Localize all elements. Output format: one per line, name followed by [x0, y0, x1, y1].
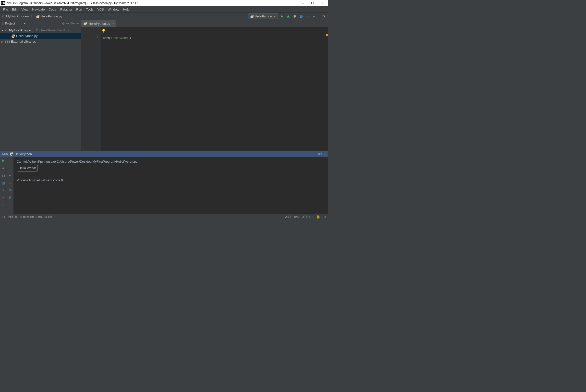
tree-external-libraries[interactable]: ▷ ▮▮▮ External Libraries [0, 39, 81, 44]
python-file-icon [36, 14, 40, 18]
scroll-from-source-icon[interactable]: ⇥ [66, 22, 69, 25]
tree-root-node[interactable]: ▼ 🗀 MyFirstProgram C:\Users\Power\Deskto… [0, 28, 81, 33]
pause-button[interactable]: ▮▮ [1, 173, 6, 178]
up-stack-icon[interactable]: ↑ [8, 158, 13, 163]
warning-stripe-marker[interactable] [326, 34, 328, 36]
intention-bulb-icon[interactable]: 💡 [102, 29, 106, 33]
python-file-icon [83, 22, 87, 26]
status-message: PEP 8: no newline at end of file [8, 215, 52, 218]
expand-arrow-icon[interactable]: ▷ [2, 40, 4, 43]
stop-button[interactable]: ■ [1, 166, 6, 170]
close-button[interactable]: ✕ [1, 195, 6, 200]
menu-edit[interactable]: Edit [10, 7, 19, 12]
folder-icon: 🗀 [2, 14, 5, 18]
run-tool-window: Run HelloPython ⚙▾ ⤓ ■ ▮▮ ▥ ⤴ ✕ ? ↑ [0, 151, 328, 214]
run-tool-header: Run HelloPython ⚙▾ ⤓ [0, 151, 328, 157]
status-events-icon[interactable]: ▢ [2, 215, 5, 218]
run-toolbar-secondary: ↑ ↓ ↩ ⤓ 🖶 🗑 [7, 157, 14, 214]
gutter-fold [81, 27, 86, 151]
settings-gear-icon[interactable]: ⚙▾ [70, 22, 75, 25]
tree-external-label: External Libraries [11, 40, 36, 43]
stop-button[interactable]: ■ [311, 14, 316, 19]
run-body: ■ ▮▮ ▥ ⤴ ✕ ? ↑ ↓ ↩ ⤓ 🖶 🗑 C:\Intel\Python… [0, 157, 328, 214]
breadcrumb-project[interactable]: MyFirstProgram [6, 14, 29, 18]
show-structure-button[interactable]: ≡ [305, 14, 310, 19]
status-hector-icon[interactable]: ☺ [323, 215, 326, 218]
hide-tool-window-icon[interactable]: ⇤ [76, 22, 79, 25]
menu-view[interactable]: View [19, 7, 30, 12]
tree-file-node[interactable]: HelloPython.py [0, 33, 81, 39]
close-tab-icon[interactable]: × [112, 22, 114, 26]
run-coverage-button[interactable] [292, 14, 297, 19]
editor-tab-label: HelloPython.py [89, 22, 110, 26]
run-config-label: HelloPython [255, 14, 272, 18]
menu-navigate[interactable]: Navigate [30, 7, 46, 12]
menu-run[interactable]: Run [74, 7, 84, 12]
down-stack-icon[interactable]: ↓ [8, 166, 13, 170]
pycharm-window: PC MyFirstProgram - [C:\Users\Power\Desk… [0, 0, 328, 220]
svg-point-1 [38, 17, 39, 18]
chevron-right-icon: 〉 [30, 14, 34, 18]
project-tool-title[interactable]: Project [5, 22, 60, 25]
breadcrumb: 🗀 MyFirstProgram 〉 HelloPython.py 〉 [2, 14, 248, 18]
help-button[interactable]: ? [1, 202, 6, 207]
run-configuration-selector[interactable]: HelloPython [248, 14, 278, 19]
chevron-right-icon: 〉 [64, 14, 67, 18]
menu-refactor[interactable]: Refactor [58, 7, 74, 12]
dump-threads-button[interactable]: ▥ [1, 180, 6, 185]
menu-file[interactable]: File [1, 7, 10, 12]
titlebar: PC MyFirstProgram - [C:\Users\Power\Desk… [0, 0, 328, 6]
chevron-down-icon [274, 16, 276, 17]
status-insert-mode[interactable]: n/a [294, 215, 299, 218]
menu-tools[interactable]: Tools [84, 7, 95, 12]
code-editor[interactable]: 💡 1 print("Hello World!") [81, 27, 328, 151]
code-content[interactable]: print("Hello World!") [101, 27, 328, 151]
status-caret-position[interactable]: 2:13 [285, 215, 291, 218]
clear-all-icon[interactable]: 🗑 [8, 195, 13, 200]
menu-vcs[interactable]: VCS [95, 7, 106, 12]
editor-tabs: HelloPython.py × [81, 20, 328, 27]
minimize-button[interactable]: ─ [298, 0, 308, 6]
main-area: ▯ Project ⊖ ⇥ ⚙▾ ⇤ ▼ 🗀 MyFirstProgram C [0, 20, 328, 151]
tree-file-label: HelloPython.py [16, 34, 38, 38]
update-project-button[interactable] [299, 14, 304, 19]
editor-tab[interactable]: HelloPython.py × [81, 20, 116, 27]
menu-code[interactable]: Code [47, 7, 58, 12]
console-output[interactable]: C:\Intel\Python3\python.exe C:/Users/Pow… [14, 157, 328, 214]
line-number-gutter: 1 [86, 27, 101, 151]
hide-panel-icon[interactable]: ⤓ [324, 152, 326, 156]
maximize-button[interactable]: ☐ [308, 0, 318, 6]
restore-layout-button[interactable]: ⤴ [1, 188, 6, 192]
console-command-line: C:\Intel\Python3\python.exe C:/Users/Pow… [17, 159, 325, 165]
project-tree: ▼ 🗀 MyFirstProgram C:\Users\Power\Deskto… [0, 27, 81, 151]
window-title: MyFirstProgram - [C:\Users\Power\Desktop… [7, 2, 298, 5]
debug-button[interactable] [286, 14, 291, 19]
menu-window[interactable]: Window [106, 7, 121, 12]
separator [319, 14, 319, 18]
project-tool-window: ▯ Project ⊖ ⇥ ⚙▾ ⇤ ▼ 🗀 MyFirstProgram C [0, 20, 81, 151]
menu-help[interactable]: Help [121, 7, 132, 12]
rerun-button[interactable] [1, 158, 6, 163]
console-exit-line: Process finished with exit code 0 [17, 178, 325, 183]
breadcrumb-file[interactable]: HelloPython.py [41, 14, 62, 18]
status-encoding[interactable]: UTF-8 ÷ [302, 215, 313, 218]
tree-root-path: C:\Users\Power\Desktop\ [36, 29, 69, 32]
soft-wrap-icon[interactable]: ↩ [8, 173, 13, 178]
statusbar: ▢ PEP 8: no newline at end of file 2:13 … [0, 214, 328, 220]
run-button[interactable] [280, 14, 284, 19]
expand-arrow-icon[interactable]: ▼ [2, 29, 4, 32]
library-icon: ▮▮▮ [5, 40, 10, 43]
collapse-all-icon[interactable]: ⊖ [62, 22, 65, 25]
settings-gear-icon[interactable]: ⚙▾ [318, 152, 322, 156]
navigation-bar: 🗀 MyFirstProgram 〉 HelloPython.py 〉 Hell… [0, 13, 328, 20]
app-icon: PC [1, 1, 6, 6]
svg-point-4 [323, 15, 324, 17]
close-window-button[interactable]: ✕ [318, 0, 327, 6]
print-icon[interactable]: 🖶 [8, 188, 13, 192]
search-everywhere-button[interactable] [322, 14, 326, 19]
python-file-icon [11, 34, 15, 38]
code-token-string: "Hello World!" [110, 36, 130, 40]
status-readonly-icon[interactable]: 🔓 [316, 215, 320, 218]
scroll-to-end-icon[interactable]: ⤓ [8, 180, 13, 185]
run-toolbar-primary: ■ ▮▮ ▥ ⤴ ✕ ? [0, 157, 7, 214]
